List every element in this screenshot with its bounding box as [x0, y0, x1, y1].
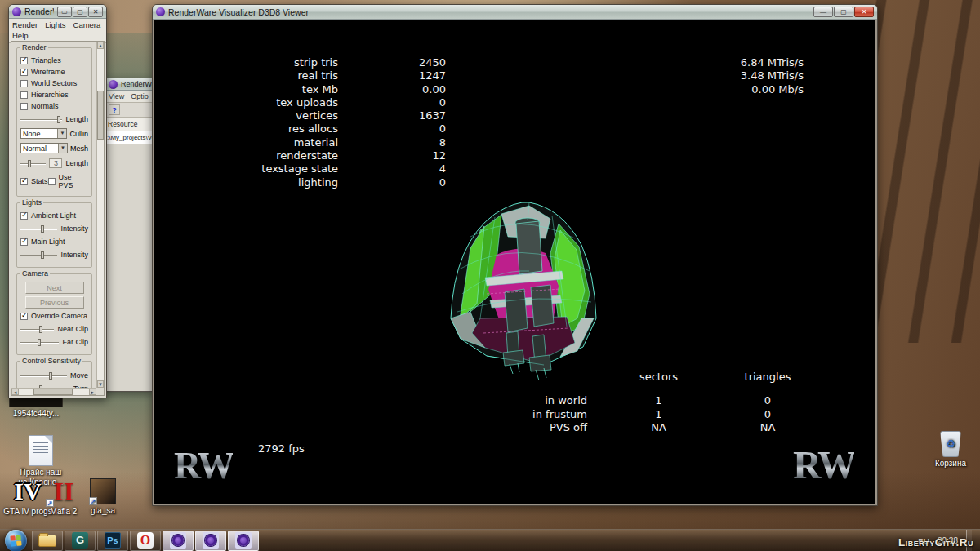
maximize-button[interactable]: ▢: [834, 7, 853, 17]
taskbar-rw-visualizer-button[interactable]: [163, 531, 194, 551]
start-button[interactable]: [5, 530, 27, 551]
scroll-down-icon[interactable]: ▼: [97, 380, 104, 388]
photoshop-icon: Ps: [105, 532, 121, 549]
renderware-app-icon: [156, 7, 165, 16]
titlebar[interactable]: RenderWare Visualizer D3D8 Viewer — ▢ ✕: [153, 5, 877, 20]
control-sensitivity-group: Control Sensitivity Move Turn: [16, 361, 92, 388]
checkbox-box: [20, 103, 28, 110]
checkbox-box: [20, 212, 28, 220]
desktop-icon-recycle-bin[interactable]: ♻ Корзина: [918, 431, 980, 469]
menu-render[interactable]: Render: [12, 20, 38, 29]
scrollbar-thumb[interactable]: [33, 389, 73, 395]
checkbox-override-camera[interactable]: Override Camera: [20, 312, 88, 320]
renderware-control-window[interactable]: RenderWar... ▭ ▢ ✕ Render Lights Camera …: [8, 4, 107, 398]
near-clip-slider[interactable]: [20, 326, 54, 333]
move-slider[interactable]: [20, 372, 67, 380]
checkbox-main-light[interactable]: Main Light: [20, 238, 88, 246]
minimize-button[interactable]: ▭: [57, 7, 72, 17]
maximize-button[interactable]: ▢: [73, 7, 87, 17]
checkbox-ambient-light[interactable]: Ambient Light: [20, 211, 88, 220]
checkbox-label: Hierarchies: [31, 91, 69, 99]
checkbox-label: Override Camera: [31, 312, 87, 320]
titlebar[interactable]: RenderWare Vis: [105, 78, 155, 91]
menu-help[interactable]: Help: [12, 31, 29, 40]
checkbox-stats[interactable]: Stats: [20, 173, 48, 189]
scroll-up-icon[interactable]: ▲: [97, 42, 104, 49]
taskbar-g-app-button[interactable]: G: [65, 531, 96, 551]
desktop: 1954fc44ty... Прайс наш на Красно... IV …: [0, 0, 980, 551]
minimize-button[interactable]: —: [813, 7, 833, 17]
checkbox-world-sectors[interactable]: World Sectors: [20, 79, 88, 87]
checkbox-wireframe[interactable]: Wireframe: [20, 68, 88, 76]
taskbar-rw-visualizer-button[interactable]: [228, 531, 259, 551]
titlebar[interactable]: RenderWar... ▭ ▢ ✕: [9, 5, 106, 19]
table-row: PVS offNANA: [424, 421, 805, 434]
g-app-icon: G: [72, 532, 88, 549]
chevron-down-icon[interactable]: ▼: [57, 129, 66, 138]
chevron-down-icon[interactable]: ▼: [58, 144, 67, 153]
menu-lights[interactable]: Lights: [45, 20, 65, 29]
help-button[interactable]: ?: [109, 104, 120, 115]
taskbar-photoshop-button[interactable]: Ps: [97, 531, 128, 551]
menu-camera[interactable]: Camera: [74, 20, 101, 29]
length2-slider[interactable]: [20, 160, 46, 167]
resource-path-field[interactable]: :\My_projects\Ven: [105, 131, 155, 144]
culling-row: None▼ Cullin: [20, 128, 88, 139]
shortcut-arrow-icon: ➚: [46, 499, 54, 507]
far-clip-slider[interactable]: [20, 339, 59, 346]
taskbar-rw-visualizer-button[interactable]: [195, 531, 226, 551]
culling-dropdown[interactable]: None▼: [20, 128, 67, 139]
slider-label: Length: [65, 115, 88, 123]
checkbox-normals[interactable]: Normals: [20, 102, 88, 110]
watermark: LibertyCity.Ru: [898, 536, 973, 549]
far-clip-row: Far Clip: [20, 338, 88, 346]
column-header: sectors: [587, 371, 730, 384]
scroll-left-icon[interactable]: ◄: [11, 389, 19, 395]
desktop-icon-label: Корзина: [918, 459, 980, 469]
previous-camera-button[interactable]: Previous: [25, 296, 84, 309]
ambient-intensity-slider[interactable]: [20, 225, 57, 233]
scroll-right-icon[interactable]: ►: [89, 389, 96, 395]
menubar: View Optio: [105, 91, 155, 103]
checkbox-triangles[interactable]: Triangles: [20, 56, 88, 64]
horizontal-scrollbar[interactable]: ◄ ►: [11, 388, 96, 395]
stat-row: renderstate12: [207, 149, 446, 162]
slider-label: Near Clip: [57, 325, 88, 333]
group-title: Render: [20, 43, 48, 51]
checkbox-hierarchies[interactable]: Hierarchies: [20, 91, 88, 99]
close-button[interactable]: ✕: [88, 7, 103, 17]
checkbox-label: Wireframe: [31, 68, 65, 76]
desktop-icon-gtasa[interactable]: ➚ gta_sa: [70, 478, 136, 516]
taskbar-opera-button[interactable]: O: [130, 531, 161, 551]
taskbar-explorer-button[interactable]: [32, 531, 63, 551]
scrollbar-thumb[interactable]: [97, 91, 104, 140]
3d-model-wireframe[interactable]: [438, 196, 605, 382]
menubar: Render Lights Camera Help: [9, 19, 106, 43]
viewer-window[interactable]: RenderWare Visualizer D3D8 Viewer — ▢ ✕ …: [152, 4, 878, 506]
desktop-icon-file[interactable]: 1954fc44ty...: [3, 397, 69, 419]
menu-options[interactable]: Optio: [131, 92, 149, 100]
document-icon: [29, 435, 53, 466]
menu-view[interactable]: View: [109, 92, 124, 100]
stat-row: res allocs0: [207, 122, 446, 136]
renderware-resource-window[interactable]: RenderWare Vis View Optio ? Resource :\M…: [105, 78, 155, 392]
throughput-stats: 6.84 MTris/s 3.48 MTris/s 0.00 Mb/s: [741, 56, 804, 96]
checkbox-use-pvs[interactable]: Use PVS: [48, 173, 88, 189]
checkbox-label: Stats: [31, 177, 48, 185]
main-intensity-slider[interactable]: [20, 251, 57, 259]
checkbox-box: [20, 238, 28, 246]
length-value-field[interactable]: 3: [49, 158, 62, 168]
windows-logo-icon: [10, 535, 21, 546]
render-group: Render Triangles Wireframe World Sectors…: [16, 47, 92, 197]
viewport-3d[interactable]: strip tris2450 real tris1247 tex Mb0.00 …: [154, 20, 875, 504]
renderware-app-icon: [109, 80, 118, 89]
length-slider[interactable]: [20, 116, 62, 123]
close-button[interactable]: ✕: [854, 7, 874, 17]
mesh-dropdown[interactable]: Normal▼: [20, 143, 68, 153]
checkbox-box: [48, 178, 56, 185]
resource-label: Resource: [105, 118, 155, 131]
vertical-scrollbar[interactable]: ▲ ▼: [96, 42, 104, 388]
slider-label: Intensity: [60, 224, 88, 233]
table-header-row: sectors triangles: [424, 371, 805, 384]
next-camera-button[interactable]: Next: [25, 282, 84, 294]
